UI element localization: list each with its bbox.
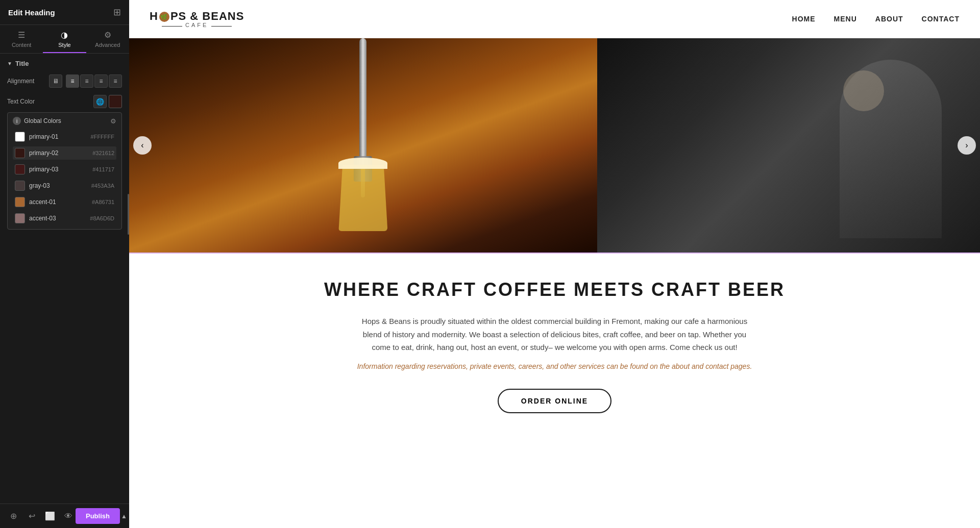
text-color-row: Text Color 🌐	[7, 95, 122, 108]
color-item-primary-01[interactable]: primary-01 #FFFFFF	[13, 130, 116, 143]
chevron-down-icon: ▼	[7, 61, 12, 66]
grid-icon[interactable]: ⊞	[113, 7, 121, 18]
panel-header: Edit Heading ⊞	[0, 0, 129, 25]
main-description: Hops & Beans is proudly situated within …	[361, 315, 749, 354]
advanced-tab-icon: ⚙	[104, 30, 111, 40]
publish-button[interactable]: Publish	[76, 508, 120, 524]
global-color-button[interactable]: 🌐	[93, 95, 107, 108]
beer-foam	[338, 158, 387, 169]
color-item-gray-03[interactable]: gray-03 #453A3A	[13, 179, 116, 192]
alignment-buttons: ≡ ≡ ≡ ≡	[66, 74, 122, 88]
barista-head	[843, 70, 884, 111]
color-dot-primary-02	[15, 148, 25, 158]
hero-right-image	[597, 38, 980, 253]
style-tab-icon: ◑	[61, 30, 68, 40]
logo-line-left	[162, 26, 182, 27]
color-name-primary-03: primary-03	[29, 166, 88, 173]
logo-subtitle: CAFE	[185, 22, 208, 28]
tab-style[interactable]: ◑ Style	[43, 25, 86, 53]
logo-lines: CAFE	[162, 24, 232, 28]
color-hex-primary-02: #321612	[92, 150, 114, 156]
align-justify-button[interactable]: ≡	[109, 74, 122, 88]
color-name-accent-01: accent-01	[29, 198, 88, 206]
panel-tabs: ☰ Content ◑ Style ⚙ Advanced	[0, 25, 129, 54]
color-name-gray-03: gray-03	[29, 182, 87, 189]
color-item-accent-01[interactable]: accent-01 #A86731	[13, 195, 116, 209]
scroll-indicator	[128, 194, 129, 235]
color-hex-accent-01: #A86731	[92, 199, 114, 205]
logo-text: H🌿PS & BEANS	[150, 10, 244, 23]
color-list: primary-01 #FFFFFF primary-02 #321612 pr…	[13, 130, 116, 225]
align-right-button[interactable]: ≡	[94, 74, 108, 88]
panel-bottom: ⊕ ↩ ⬜ 👁 Publish ▲	[0, 504, 129, 528]
alignment-row: Alignment 🖥 ≡ ≡ ≡ ≡	[7, 74, 122, 88]
color-item-primary-02[interactable]: primary-02 #321612	[13, 146, 116, 160]
tab-content[interactable]: ☰ Content	[0, 25, 43, 53]
nav-menu[interactable]: MENU	[834, 15, 857, 23]
global-colors-label: Global Colors	[24, 117, 61, 124]
site-nav: HOME MENU ABOUT CONTACT	[792, 15, 960, 23]
bottom-icons: ⊕ ↩ ⬜ 👁	[6, 509, 76, 523]
advanced-tab-label: Advanced	[95, 42, 120, 48]
site-header: H🌿PS & BEANS CAFE HOME MENU ABOUT CONTAC…	[129, 0, 980, 38]
global-colors-panel: i Global Colors ⚙ primary-01 #FFFFFF pri…	[7, 112, 122, 230]
order-online-button[interactable]: ORDER ONLINE	[498, 389, 611, 413]
beer-glass	[338, 165, 387, 231]
color-hex-primary-01: #FFFFFF	[91, 134, 114, 140]
global-colors-title: i Global Colors	[13, 117, 61, 125]
text-color-label: Text Color	[7, 98, 35, 105]
alignment-label: Alignment	[7, 78, 34, 85]
carousel-next-button[interactable]: ›	[958, 136, 976, 155]
info-icon: i	[13, 117, 21, 125]
panel-title: Edit Heading	[8, 8, 55, 17]
logo-hop-icon: 🌿	[159, 12, 169, 22]
section-title-label: Title	[15, 60, 29, 67]
undo-icon[interactable]: ↩	[24, 509, 39, 523]
global-colors-header: i Global Colors ⚙	[13, 117, 116, 125]
carousel-prev-button[interactable]: ‹	[133, 136, 152, 155]
color-dot-primary-01	[15, 132, 25, 142]
nav-about[interactable]: ABOUT	[875, 15, 903, 23]
history-icon[interactable]: ⬜	[43, 509, 57, 523]
align-left-button[interactable]: ≡	[66, 74, 79, 88]
color-item-primary-03[interactable]: primary-03 #411717	[13, 163, 116, 176]
monitor-icon[interactable]: 🖥	[49, 74, 62, 88]
color-hex-primary-03: #411717	[92, 166, 114, 172]
preview-icon[interactable]: 👁	[61, 509, 76, 523]
nav-contact[interactable]: CONTACT	[922, 15, 960, 23]
hero-section: ‹ ›	[129, 38, 980, 253]
nav-home[interactable]: HOME	[792, 15, 816, 23]
title-section-header: ▼ Title	[7, 60, 122, 67]
tab-advanced[interactable]: ⚙ Advanced	[86, 25, 129, 53]
main-heading: WHERE CRAFT COFFEE MEETS CRAFT BEER	[150, 279, 960, 300]
color-hex-gray-03: #453A3A	[91, 183, 114, 189]
color-name-primary-01: primary-01	[29, 133, 87, 140]
tap-pole	[359, 38, 366, 167]
content-tab-label: Content	[12, 42, 32, 48]
color-dot-accent-03	[15, 213, 25, 223]
color-dot-primary-03	[15, 164, 25, 174]
color-controls: 🌐	[93, 95, 122, 108]
content-section: WHERE CRAFT COFFEE MEETS CRAFT BEER Hops…	[129, 253, 980, 439]
color-item-accent-03[interactable]: accent-03 #8A6D6D	[13, 212, 116, 225]
layers-icon[interactable]: ⊕	[6, 509, 20, 523]
color-hex-accent-03: #8A6D6D	[90, 215, 114, 221]
align-center-button[interactable]: ≡	[80, 74, 93, 88]
site-logo: H🌿PS & BEANS CAFE	[150, 10, 244, 28]
content-tab-icon: ☰	[18, 30, 25, 40]
color-name-primary-02: primary-02	[29, 149, 88, 157]
publish-chevron-icon[interactable]: ▲	[121, 513, 127, 520]
logo-line-right	[211, 26, 232, 27]
color-dot-accent-01	[15, 197, 25, 207]
panel-content: ▼ Title Alignment 🖥 ≡ ≡ ≡ ≡ Text Color 🌐	[0, 54, 129, 504]
gear-icon[interactable]: ⚙	[110, 117, 116, 125]
website-preview: H🌿PS & BEANS CAFE HOME MENU ABOUT CONTAC…	[129, 0, 980, 528]
style-tab-label: Style	[58, 42, 70, 48]
hero-left-image	[129, 38, 597, 253]
text-color-swatch[interactable]	[109, 95, 122, 108]
editor-panel: Edit Heading ⊞ ☰ Content ◑ Style ⚙ Advan…	[0, 0, 129, 528]
info-link[interactable]: Information regarding reservations, priv…	[150, 362, 960, 370]
color-name-accent-03: accent-03	[29, 215, 86, 222]
color-dot-gray-03	[15, 181, 25, 191]
